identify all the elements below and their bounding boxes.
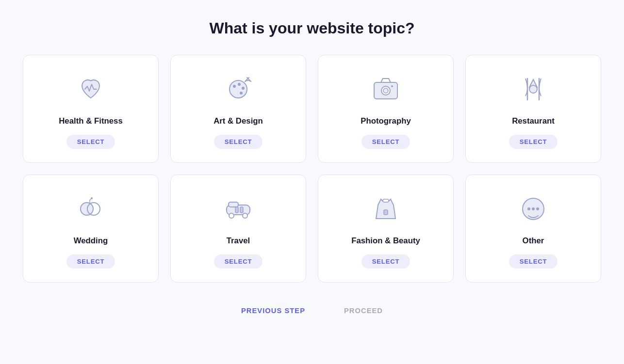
- svg-point-10: [391, 85, 393, 87]
- svg-point-22: [229, 213, 234, 218]
- svg-rect-21: [229, 202, 238, 207]
- card-label-art-design: Art & Design: [213, 116, 263, 126]
- svg-rect-27: [384, 210, 388, 215]
- card-label-photography: Photography: [361, 116, 411, 126]
- health-icon: [74, 73, 107, 106]
- svg-point-30: [532, 207, 535, 210]
- fashion-icon: [369, 192, 402, 225]
- svg-point-9: [383, 88, 388, 93]
- card-label-wedding: Wedding: [74, 236, 108, 246]
- card-label-health-fitness: Health & Fitness: [59, 116, 122, 126]
- photography-icon: [369, 73, 402, 106]
- art-icon: [222, 73, 255, 106]
- card-label-other: Other: [523, 236, 544, 246]
- select-button-travel[interactable]: SELECT: [214, 254, 263, 269]
- wedding-icon: [74, 192, 107, 225]
- svg-point-1: [233, 85, 236, 88]
- svg-point-19: [91, 197, 93, 199]
- travel-icon: [222, 192, 255, 225]
- card-fashion-beauty[interactable]: Fashion & Beauty SELECT: [318, 174, 454, 283]
- svg-point-29: [527, 207, 530, 210]
- footer-nav: PREVIOUS STEP PROCEED: [241, 307, 383, 315]
- card-other[interactable]: Other SELECT: [465, 174, 601, 283]
- svg-rect-26: [383, 199, 389, 202]
- card-travel[interactable]: Travel SELECT: [170, 174, 306, 283]
- card-label-travel: Travel: [227, 236, 250, 246]
- proceed-button[interactable]: PROCEED: [344, 307, 383, 315]
- svg-rect-25: [240, 207, 243, 213]
- svg-rect-24: [235, 207, 238, 213]
- card-label-restaurant: Restaurant: [512, 116, 555, 126]
- select-button-health-fitness[interactable]: SELECT: [66, 135, 115, 149]
- svg-point-23: [243, 213, 247, 218]
- card-health-fitness[interactable]: Health & Fitness SELECT: [23, 55, 159, 163]
- card-photography[interactable]: Photography SELECT: [318, 55, 454, 163]
- svg-point-3: [242, 87, 245, 90]
- svg-point-2: [238, 83, 241, 86]
- svg-point-0: [230, 80, 247, 98]
- svg-point-31: [536, 207, 539, 210]
- select-button-wedding[interactable]: SELECT: [66, 254, 115, 269]
- select-button-fashion-beauty[interactable]: SELECT: [361, 254, 410, 269]
- restaurant-icon: [517, 73, 550, 106]
- select-button-other[interactable]: SELECT: [509, 254, 558, 269]
- page-title: What is your website topic?: [209, 19, 414, 37]
- other-icon: [517, 192, 550, 225]
- svg-point-14: [529, 85, 537, 93]
- select-button-restaurant[interactable]: SELECT: [509, 135, 558, 149]
- previous-step-button[interactable]: PREVIOUS STEP: [241, 307, 305, 315]
- card-art-design[interactable]: Art & Design SELECT: [170, 55, 306, 163]
- card-label-fashion-beauty: Fashion & Beauty: [351, 236, 420, 246]
- svg-point-4: [240, 92, 243, 95]
- topic-grid: Health & Fitness SELECT Art & Design SEL…: [23, 55, 601, 283]
- select-button-photography[interactable]: SELECT: [361, 135, 410, 149]
- card-restaurant[interactable]: Restaurant SELECT: [465, 55, 601, 163]
- card-wedding[interactable]: Wedding SELECT: [23, 174, 159, 283]
- select-button-art-design[interactable]: SELECT: [214, 135, 263, 149]
